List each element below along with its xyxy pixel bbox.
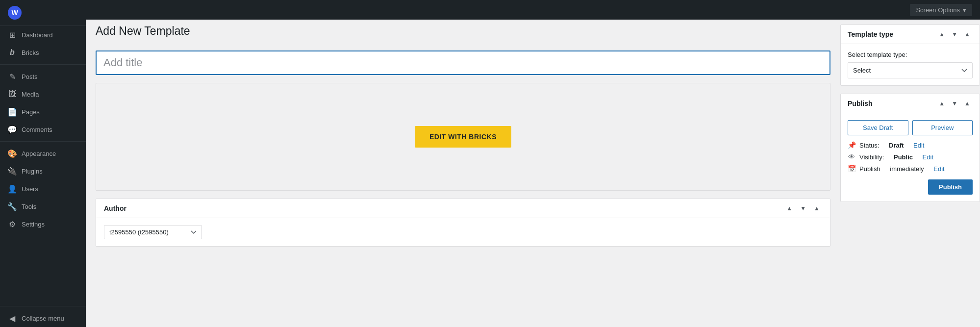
visibility-value: Public [894,153,913,161]
template-type-collapse-up-button[interactable]: ▲ [936,30,947,39]
template-type-title: Template type [848,30,893,38]
publish-collapse-up-button[interactable]: ▲ [936,99,947,108]
visibility-edit-link[interactable]: Edit [923,153,933,161]
author-expand-button[interactable]: ▲ [811,204,822,213]
sidebar-item-comments[interactable]: 💬 Comments [0,121,86,138]
status-row: 📌 Status: Draft Edit [848,141,973,149]
page-title: Add New Template [96,25,830,38]
pages-icon: 📄 [8,107,17,116]
template-type-controls: ▲ ▼ ▲ [936,30,973,39]
sidebar-item-appearance[interactable]: 🎨 Appearance [0,145,86,162]
sidebar-item-label: Media [22,91,39,98]
topbar: Screen Options ▾ [86,0,980,20]
edit-area: EDIT WITH BRICKS [96,83,830,191]
publish-panel-body: Save Draft Preview 📌 Status: Draft Edit … [841,113,980,179]
status-edit-link[interactable]: Edit [913,142,924,149]
author-header-controls: ▲ ▼ ▲ [784,204,822,213]
posts-icon: ✎ [8,72,17,81]
author-body: t2595550 (t2595550) [96,218,830,246]
wordpress-logo: W [8,6,22,20]
publish-meta: 📌 Status: Draft Edit 👁 Visibility: Publi… [848,141,973,173]
sidebar-divider [0,64,86,65]
template-type-header: Template type ▲ ▼ ▲ [841,25,980,44]
publish-immediately-row: 📅 Publish immediately Edit [848,165,973,173]
publish-expand-button[interactable]: ▲ [962,99,973,108]
author-header: Author ▲ ▼ ▲ [96,199,830,218]
sidebar-logo: W [0,0,86,26]
author-section-title: Author [104,204,126,212]
author-collapse-down-button[interactable]: ▼ [798,204,808,213]
sidebar-item-label: Comments [22,126,52,133]
publish-immediately-suffix: immediately [890,165,924,173]
sidebar-item-label: Bricks [22,49,39,56]
users-icon: 👤 [8,184,17,193]
author-collapse-up-button[interactable]: ▲ [784,204,795,213]
sidebar-item-users[interactable]: 👤 Users [0,180,86,198]
sidebar: W ⊞ Dashboard b Bricks ✎ Posts 🖼 Media 📄… [0,0,86,327]
comments-icon: 💬 [8,125,17,134]
bricks-icon: b [8,48,17,57]
template-type-panel: Template type ▲ ▼ ▲ Select template type… [840,25,980,86]
sidebar-bottom: ◀ Collapse menu [0,303,86,327]
sidebar-item-label: Dashboard [22,31,53,39]
sidebar-item-label: Plugins [22,168,43,175]
sidebar-item-plugins[interactable]: 🔌 Plugins [0,162,86,180]
sidebar-item-media[interactable]: 🖼 Media [0,85,86,103]
sidebar-divider-3 [0,306,86,306]
publish-panel: Publish ▲ ▼ ▲ Save Draft Preview 📌 Statu… [840,94,980,202]
template-type-collapse-down-button[interactable]: ▼ [949,30,960,39]
media-icon: 🖼 [8,90,17,99]
sidebar-item-bricks[interactable]: b Bricks [0,44,86,61]
tools-icon: 🔧 [8,202,17,211]
sidebar-item-settings[interactable]: ⚙ Settings [0,215,86,233]
publish-immediately-label: Publish [859,165,880,173]
visibility-label: Visibility: [859,153,884,161]
sidebar-item-label: Pages [22,108,40,116]
publish-action-buttons: Save Draft Preview [848,120,973,135]
plugins-icon: 🔌 [8,167,17,176]
screen-options-button[interactable]: Screen Options ▾ [910,4,972,16]
publish-collapse-down-button[interactable]: ▼ [949,99,960,108]
status-label: Status: [859,142,879,149]
publish-panel-header: Publish ▲ ▼ ▲ [841,94,980,113]
appearance-icon: 🎨 [8,149,17,158]
sidebar-item-label: Users [22,185,38,193]
save-draft-button[interactable]: Save Draft [848,120,908,135]
sidebar-item-pages[interactable]: 📄 Pages [0,103,86,121]
settings-icon: ⚙ [8,220,17,228]
right-sidebar: Template type ▲ ▼ ▲ Select template type… [840,0,980,327]
sidebar-divider-2 [0,141,86,142]
template-type-label: Select template type: [848,51,973,58]
sidebar-item-label: Tools [22,203,36,210]
publish-panel-controls: ▲ ▼ ▲ [936,99,973,108]
template-type-body: Select template type: Select Header Foot… [841,44,980,85]
main-content: Add New Template EDIT WITH BRICKS Author… [86,0,840,327]
template-type-expand-button[interactable]: ▲ [962,30,973,39]
sidebar-item-label: Settings [22,221,45,228]
author-section: Author ▲ ▼ ▲ t2595550 (t2595550) [96,199,830,247]
title-input[interactable] [96,50,830,75]
collapse-icon: ◀ [8,314,17,323]
preview-button[interactable]: Preview [912,120,973,135]
visibility-row: 👁 Visibility: Public Edit [848,153,973,161]
visibility-icon: 👁 [848,153,855,161]
status-icon: 📌 [848,141,855,149]
sidebar-item-label: Posts [22,73,38,80]
publish-panel-title: Publish [848,100,873,107]
calendar-icon: 📅 [848,165,855,173]
edit-with-bricks-button[interactable]: EDIT WITH BRICKS [415,126,511,148]
sidebar-item-label: Appearance [22,150,56,157]
sidebar-item-posts[interactable]: ✎ Posts [0,68,86,85]
publish-button[interactable]: Publish [928,179,973,195]
author-select[interactable]: t2595550 (t2595550) [104,225,202,239]
template-type-select[interactable]: Select Header Footer Section Single Arch… [848,62,973,78]
publish-immediately-edit-link[interactable]: Edit [933,165,944,173]
publish-submit-area: Publish [841,179,980,201]
dashboard-icon: ⊞ [8,30,17,39]
screen-options-label: Screen Options [916,6,960,14]
sidebar-item-collapse[interactable]: ◀ Collapse menu [0,309,86,327]
collapse-label: Collapse menu [22,315,64,322]
sidebar-item-dashboard[interactable]: ⊞ Dashboard [0,26,86,44]
sidebar-item-tools[interactable]: 🔧 Tools [0,198,86,215]
chevron-down-icon: ▾ [963,6,966,14]
